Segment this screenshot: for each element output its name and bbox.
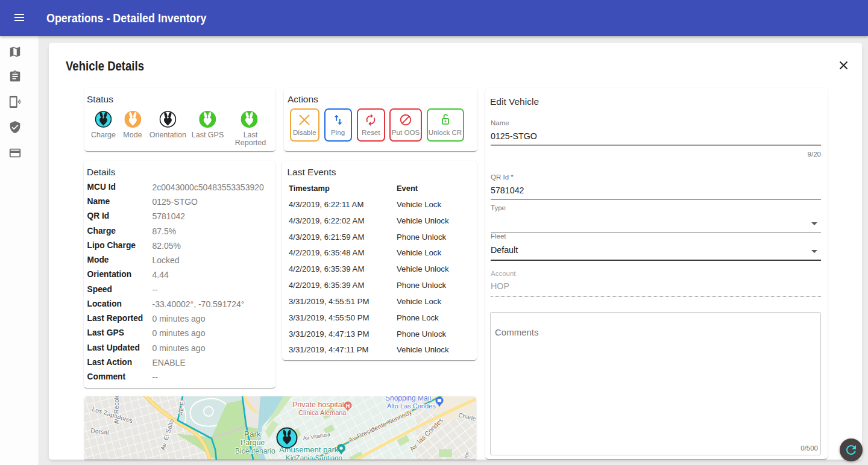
svg-text:Av. Recoleta: Av. Recoleta: [113, 396, 120, 424]
svg-text:Private hospital: Private hospital: [292, 401, 344, 409]
svg-text:Clínica Alemana: Clínica Alemana: [298, 409, 347, 416]
svg-text:KidZania Santiago: KidZania Santiago: [286, 454, 342, 460]
svg-text:Parque: Parque: [241, 438, 265, 447]
svg-text:H: H: [345, 402, 350, 409]
svg-text:Shopping Mall: Shopping Mall: [385, 396, 431, 402]
svg-text:Alto Las Condes: Alto Las Condes: [387, 402, 436, 410]
svg-text:o: o: [265, 457, 269, 460]
svg-text:Park: Park: [244, 429, 261, 438]
svg-text:Bicentenario: Bicentenario: [235, 447, 275, 455]
